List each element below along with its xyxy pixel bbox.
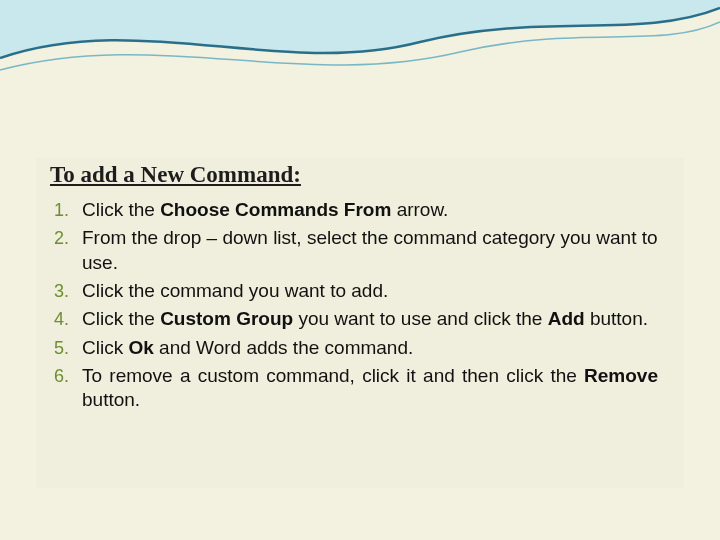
step-4: Click the Custom Group you want to use a… — [54, 307, 658, 331]
step-2: From the drop – down list, select the co… — [54, 226, 658, 275]
steps-list: Click the Choose Commands From arrow. Fr… — [54, 198, 658, 413]
step-3: Click the command you want to add. — [54, 279, 658, 303]
step-1: Click the Choose Commands From arrow. — [54, 198, 658, 222]
heading: To add a New Command: — [50, 158, 684, 188]
step-5: Click Ok and Word adds the command. — [54, 336, 658, 360]
step-6: To remove a custom command, click it and… — [54, 364, 658, 413]
content-box: To add a New Command: Click the Choose C… — [36, 158, 684, 488]
decorative-wave — [0, 0, 720, 90]
slide: To add a New Command: Click the Choose C… — [0, 0, 720, 540]
